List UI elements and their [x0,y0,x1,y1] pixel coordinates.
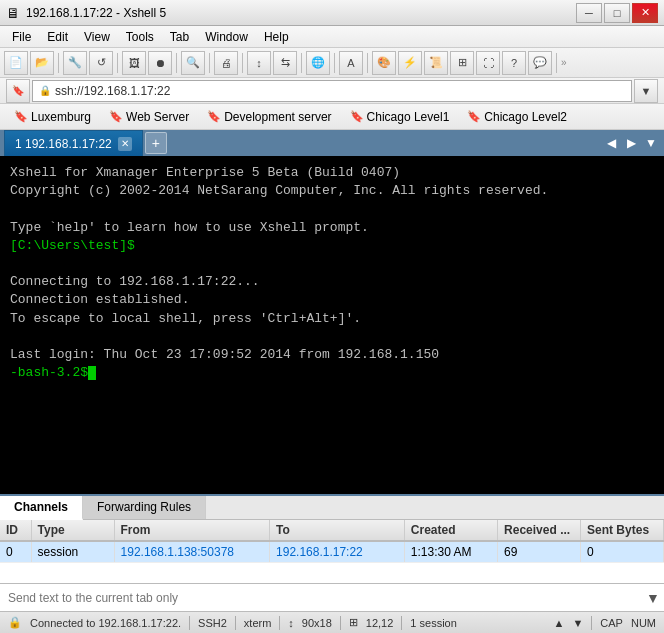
address-bar[interactable]: 🔒 ssh://192.168.1.17:22 [32,80,632,102]
bookmark-icon-webserver: 🔖 [109,110,123,123]
help-button[interactable]: ? [502,51,526,75]
app-icon: 🖥 [6,5,20,21]
bookmark-icon[interactable]: 🔖 [6,79,30,103]
screenshot-button[interactable]: 🖼 [122,51,146,75]
tab-menu-button[interactable]: ▼ [642,134,660,152]
status-sep-1 [189,616,190,630]
menu-help[interactable]: Help [256,28,297,46]
terminal[interactable]: Xshell for Xmanager Enterprise 5 Beta (B… [0,156,664,494]
scroll-down-button[interactable]: ▼ [572,617,583,629]
send-input[interactable] [0,591,642,605]
address-dropdown[interactable]: ▼ [634,79,658,103]
content-area: Xshell for Xmanager Enterprise 5 Beta (B… [0,156,664,633]
cell-received: 69 [498,541,581,563]
macro-button[interactable]: ⚡ [398,51,422,75]
address-text: ssh://192.168.1.17:22 [55,84,170,98]
channels-panel: Channels Forwarding Rules ID Type From T… [0,494,664,583]
col-to: To [270,520,405,541]
address-bar-row: 🔖 🔒 ssh://192.168.1.17:22 ▼ [0,78,664,104]
lock-status-icon: 🔒 [8,616,22,629]
status-sep-2 [235,616,236,630]
open-button[interactable]: 📂 [30,51,54,75]
maximize-button[interactable]: □ [604,3,630,23]
sftp-button[interactable]: ⇆ [273,51,297,75]
bookmark-chicago2[interactable]: 🔖 Chicago Level2 [459,108,575,126]
menu-edit[interactable]: Edit [39,28,76,46]
bookmarks-bar: 🔖 Luxemburg 🔖 Web Server 🔖 Development s… [0,104,664,130]
terminal-line-8: Connection established. [10,291,654,309]
send-dropdown-button[interactable]: ▼ [642,587,664,609]
menu-window[interactable]: Window [197,28,256,46]
menu-file[interactable]: File [4,28,39,46]
window-title: 192.168.1.17:22 - Xshell 5 [26,6,576,20]
terminal-line-4: Type `help' to learn how to use Xshell p… [10,219,654,237]
grid-icon: ⊞ [349,616,358,629]
cell-id: 0 [0,541,31,563]
status-bar: 🔒 Connected to 192.168.1.17:22. SSH2 xte… [0,611,664,633]
new-session-button[interactable]: 📄 [4,51,28,75]
bookmark-label-chicago1: Chicago Level1 [367,110,450,124]
tab-bar: 1 192.168.1.17:22 ✕ + ◀ ▶ ▼ [0,130,664,156]
color-button[interactable]: 🎨 [372,51,396,75]
status-sep-5 [401,616,402,630]
layout-button[interactable]: ⊞ [450,51,474,75]
channels-tab[interactable]: Channels [0,496,83,520]
status-sep-3 [279,616,280,630]
terminal-line-12: -bash-3.2$ [10,364,654,382]
scroll-up-button[interactable]: ▲ [554,617,565,629]
expand-icon: » [561,57,567,68]
bookmark-chicago1[interactable]: 🔖 Chicago Level1 [342,108,458,126]
close-button[interactable]: ✕ [632,3,658,23]
cell-from: 192.168.1.138:50378 [114,541,270,563]
bookmark-icon-chicago2: 🔖 [467,110,481,123]
menu-tab[interactable]: Tab [162,28,197,46]
terminal-line-9: To escape to local shell, press 'Ctrl+Al… [10,310,654,328]
forwarding-tab[interactable]: Forwarding Rules [83,496,206,519]
bookmark-label-chicago2: Chicago Level2 [484,110,567,124]
script-button[interactable]: 📜 [424,51,448,75]
chat-button[interactable]: 💬 [528,51,552,75]
tab-label-1: 1 192.168.1.17:22 [15,137,112,151]
refresh-button[interactable]: ↺ [89,51,113,75]
tab-prev-button[interactable]: ◀ [602,134,620,152]
cell-to: 192.168.1.17:22 [270,541,405,563]
transfer-button[interactable]: ↕ [247,51,271,75]
menu-tools[interactable]: Tools [118,28,162,46]
col-created: Created [404,520,497,541]
toolbar-sep-2 [117,53,118,73]
toolbar-sep-1 [58,53,59,73]
window-controls: ─ □ ✕ [576,3,658,23]
bookmark-icon-devserver: 🔖 [207,110,221,123]
record-button[interactable]: ⏺ [148,51,172,75]
bookmark-luxemburg[interactable]: 🔖 Luxemburg [6,108,99,126]
search-button[interactable]: 🔍 [181,51,205,75]
cap-indicator: CAP [600,617,623,629]
tab-next-button[interactable]: ▶ [622,134,640,152]
properties-button[interactable]: 🔧 [63,51,87,75]
cell-created: 1:13:30 AM [404,541,497,563]
menu-view[interactable]: View [76,28,118,46]
bookmark-icon-luxemburg: 🔖 [14,110,28,123]
term-indicator: xterm [244,617,272,629]
tab-session-1[interactable]: 1 192.168.1.17:22 ✕ [4,130,143,156]
bookmark-label-luxemburg: Luxemburg [31,110,91,124]
cell-type: session [31,541,114,563]
tab-navigation: ◀ ▶ ▼ [602,130,660,156]
bookmark-devserver[interactable]: 🔖 Development server [199,108,339,126]
font-button[interactable]: A [339,51,363,75]
globe-button[interactable]: 🌐 [306,51,330,75]
terminal-line-1: Xshell for Xmanager Enterprise 5 Beta (B… [10,164,654,182]
tab-close-1[interactable]: ✕ [118,137,132,151]
toolbar-sep-7 [334,53,335,73]
bookmark-webserver[interactable]: 🔖 Web Server [101,108,197,126]
toolbar-sep-6 [301,53,302,73]
print-button[interactable]: 🖨 [214,51,238,75]
num-indicator: NUM [631,617,656,629]
col-received: Received ... [498,520,581,541]
new-tab-button[interactable]: + [145,132,167,154]
minimize-button[interactable]: ─ [576,3,602,23]
table-row: 0 session 192.168.1.138:50378 192.168.1.… [0,541,664,563]
fullscreen-button[interactable]: ⛶ [476,51,500,75]
cursor-pos: 12,12 [366,617,394,629]
col-sent: Sent Bytes [581,520,664,541]
